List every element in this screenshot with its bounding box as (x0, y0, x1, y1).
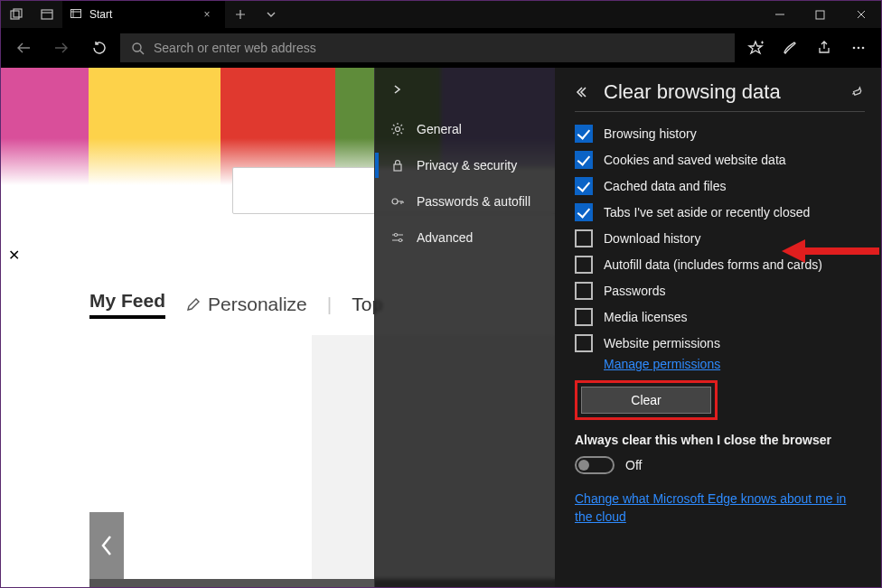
refresh-button[interactable] (82, 30, 117, 66)
panel-back-button[interactable] (575, 86, 591, 98)
pencil-icon (185, 297, 201, 313)
favorites-button[interactable] (738, 30, 773, 66)
svg-point-7 (858, 47, 860, 50)
checkbox-label: Autofill data (includes forms and cards) (604, 256, 822, 274)
tab-close-button[interactable]: × (198, 8, 216, 21)
toggle-state-label: Off (625, 458, 642, 472)
card-prev-button[interactable] (89, 512, 124, 579)
tab-personalize[interactable]: Personalize (185, 294, 307, 315)
cbd-option-5[interactable]: Autofill data (includes forms and cards) (575, 256, 865, 274)
nav-separator: | (327, 294, 332, 315)
settings-menu-passwords-autofill[interactable]: Passwords & autofill (375, 183, 555, 219)
checkbox[interactable] (575, 256, 593, 274)
cbd-option-6[interactable]: Passwords (575, 282, 865, 300)
svg-point-5 (133, 43, 141, 51)
svg-rect-0 (11, 11, 19, 19)
checkbox[interactable] (575, 203, 593, 221)
clear-browsing-data-panel: Clear browsing data Browsing historyCook… (555, 68, 881, 587)
search-icon (131, 42, 145, 55)
cbd-option-1[interactable]: Cookies and saved website data (575, 151, 865, 169)
always-clear-label: Always clear this when I close the brows… (575, 433, 865, 447)
cbd-option-2[interactable]: Cached data and files (575, 177, 865, 195)
checkbox-label: Passwords (604, 282, 665, 300)
maximize-button[interactable] (800, 1, 840, 28)
address-bar: Search or enter web address (1, 28, 881, 68)
titlebar: Start × (1, 1, 881, 28)
sliders-icon (389, 230, 406, 245)
manage-permissions-link[interactable]: Manage permissions (604, 357, 865, 371)
checkbox-label: Cookies and saved website data (604, 151, 786, 169)
tabs-preview-button[interactable] (32, 1, 62, 28)
settings-menu-label: Advanced (417, 230, 473, 245)
checkbox[interactable] (575, 125, 593, 143)
start-favicon (70, 8, 82, 21)
settings-forward-button[interactable] (375, 68, 555, 111)
cbd-option-4[interactable]: Download history (575, 229, 865, 247)
page-content: ✕ My Feed Personalize | Top High-Waist G… (1, 68, 881, 587)
svg-point-6 (853, 47, 856, 50)
pin-button[interactable] (850, 85, 865, 99)
tab-start[interactable]: Start × (62, 1, 225, 28)
notes-button[interactable] (773, 30, 807, 66)
panel-title: Clear browsing data (604, 80, 838, 104)
checkbox-label: Browsing history (604, 125, 697, 143)
svg-point-12 (395, 234, 398, 237)
settings-menu-general[interactable]: General (375, 111, 555, 147)
minimize-button[interactable] (759, 1, 800, 28)
tabs-dropdown-button[interactable] (256, 1, 286, 28)
gear-icon (389, 122, 406, 136)
always-clear-toggle[interactable] (575, 456, 615, 474)
cbd-option-7[interactable]: Media licenses (575, 308, 865, 326)
clear-button[interactable]: Clear (581, 387, 711, 414)
cbd-option-8[interactable]: Website permissions (575, 334, 865, 352)
svg-rect-10 (394, 164, 401, 171)
new-tab-button[interactable] (225, 1, 256, 28)
checkbox[interactable] (575, 308, 593, 326)
forward-button[interactable] (44, 30, 79, 66)
checkbox-label: Tabs I've set aside or recently closed (604, 203, 810, 221)
checkbox[interactable] (575, 151, 593, 169)
svg-rect-4 (816, 11, 824, 19)
key-icon (389, 194, 406, 209)
address-placeholder: Search or enter web address (154, 41, 316, 55)
checkbox[interactable] (575, 177, 593, 195)
settings-menu-privacy-security[interactable]: Privacy & security (375, 147, 555, 183)
checkbox[interactable] (575, 282, 593, 300)
settings-sidebar: GeneralPrivacy & securityPasswords & aut… (374, 68, 555, 587)
svg-rect-2 (42, 10, 52, 19)
cbd-option-0[interactable]: Browsing history (575, 125, 865, 143)
lock-icon (389, 158, 406, 173)
settings-menu-label: General (417, 122, 462, 136)
svg-rect-1 (14, 9, 22, 17)
cloud-data-link[interactable]: Change what Microsoft Edge knows about m… (575, 490, 865, 526)
checkbox-label: Download history (604, 229, 700, 247)
edge-window: Start × (0, 0, 882, 588)
tab-title: Start (89, 8, 191, 21)
cbd-option-3[interactable]: Tabs I've set aside or recently closed (575, 203, 865, 221)
address-input[interactable]: Search or enter web address (120, 33, 735, 62)
svg-point-11 (392, 199, 398, 204)
close-window-button[interactable] (840, 1, 881, 28)
share-button[interactable] (807, 30, 841, 66)
svg-point-8 (862, 47, 865, 50)
checkbox-label: Media licenses (604, 308, 688, 326)
settings-menu-advanced[interactable]: Advanced (375, 219, 555, 256)
tab-my-feed[interactable]: My Feed (89, 290, 165, 319)
settings-menu-label: Privacy & security (417, 158, 517, 173)
checkbox-label: Website permissions (604, 334, 720, 352)
svg-point-9 (396, 127, 400, 132)
back-button[interactable] (6, 30, 41, 66)
settings-menu-label: Passwords & autofill (417, 194, 530, 209)
tabs-aside-button[interactable] (1, 1, 32, 28)
checkbox[interactable] (575, 334, 593, 352)
clear-button-highlight: Clear (575, 380, 718, 420)
dismiss-button[interactable]: ✕ (8, 247, 20, 264)
svg-rect-3 (71, 10, 81, 18)
more-button[interactable] (841, 30, 876, 66)
checkbox[interactable] (575, 229, 593, 247)
checkbox-label: Cached data and files (604, 177, 726, 195)
svg-point-13 (399, 239, 402, 242)
feed-nav: My Feed Personalize | Top (89, 290, 382, 319)
